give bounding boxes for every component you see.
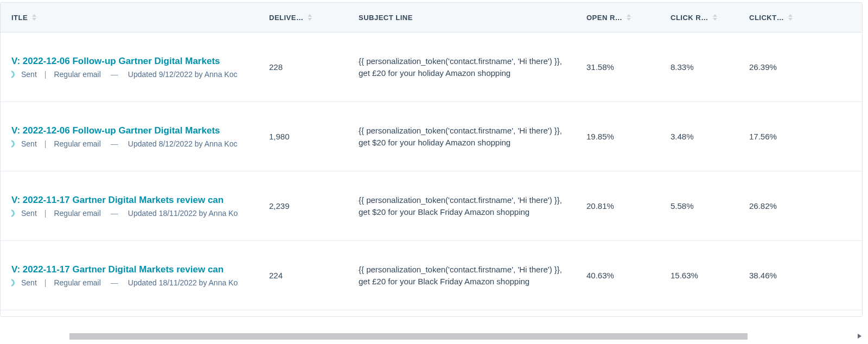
email-title-link[interactable]: V: 2022-11-17 Gartner Digital Markets re… — [11, 195, 261, 206]
svg-marker-11 — [858, 334, 861, 339]
cell-title: V: 2022-12-06 Follow-up Gartner Digital … — [1, 56, 269, 79]
cell-delivered: 1,980 — [269, 132, 359, 141]
svg-marker-0 — [32, 14, 36, 17]
svg-marker-5 — [627, 18, 631, 21]
col-header-title-label: ITLE — [11, 14, 28, 22]
svg-marker-2 — [308, 14, 312, 17]
meta-dash: — — [111, 139, 118, 148]
table-row: V: 2022-12-06 Follow-up Gartner Digital … — [1, 33, 862, 102]
sort-icon — [627, 14, 631, 21]
horizontal-scrollbar[interactable] — [4, 331, 864, 341]
status-dot-icon — [11, 71, 15, 78]
table-row: V: 2022-11-17 Gartner Digital Markets re… — [1, 171, 862, 241]
col-header-subject[interactable]: SUBJECT LINE — [359, 14, 586, 22]
cell-delivered: 228 — [269, 62, 359, 72]
status-dot-icon — [11, 209, 15, 217]
svg-marker-9 — [788, 18, 793, 21]
sort-icon — [713, 14, 717, 21]
col-header-clickthrough[interactable]: CLICKT… — [749, 14, 825, 22]
table-row: V: 2022-11-17 Gartner Digital Markets re… — [1, 241, 862, 310]
svg-marker-8 — [788, 14, 793, 17]
cell-clickthrough: 38.46% — [749, 271, 825, 280]
svg-marker-6 — [713, 14, 717, 17]
col-header-subject-label: SUBJECT LINE — [359, 14, 413, 22]
col-header-open-rate[interactable]: OPEN R… — [586, 14, 671, 22]
updated-text: Updated 9/12/2022 by Anna Koc — [128, 70, 238, 79]
email-list-viewport: ITLE DELIVE… SUBJECT LINE OPEN R… — [0, 0, 868, 344]
cell-title: V: 2022-11-17 Gartner Digital Markets re… — [1, 195, 269, 218]
sort-icon — [788, 14, 793, 21]
cell-delivered: 224 — [269, 271, 359, 280]
email-type: Regular email — [54, 278, 100, 287]
cell-subject: {{ personalization_token('contact.firstn… — [359, 264, 586, 288]
scrollbar-thumb[interactable] — [69, 333, 748, 340]
table-header-row: ITLE DELIVE… SUBJECT LINE OPEN R… — [1, 3, 862, 33]
cell-clickthrough: 26.82% — [749, 201, 825, 211]
email-meta: Sent|Regular email—Updated 9/12/2022 by … — [11, 70, 263, 79]
cell-clickthrough: 17.56% — [749, 132, 825, 141]
col-header-delivered[interactable]: DELIVE… — [269, 14, 359, 22]
col-header-click-label: CLICK R… — [671, 14, 709, 22]
cell-click-rate: 15.63% — [671, 271, 749, 280]
table-row: V: 2022-12-06 Follow-up Gartner Digital … — [1, 102, 862, 171]
cell-open-rate: 40.63% — [586, 271, 671, 280]
meta-separator: | — [44, 70, 47, 79]
cell-clickthrough: 26.39% — [749, 62, 825, 72]
col-header-open-label: OPEN R… — [586, 14, 622, 22]
col-header-title[interactable]: ITLE — [1, 14, 269, 22]
email-table: ITLE DELIVE… SUBJECT LINE OPEN R… — [0, 2, 863, 317]
meta-separator: | — [44, 209, 47, 218]
status-dot-icon — [11, 140, 15, 148]
svg-marker-7 — [713, 18, 717, 21]
status-text: Sent — [21, 278, 37, 287]
cell-open-rate: 31.58% — [586, 62, 671, 72]
status-text: Sent — [21, 70, 37, 79]
cell-click-rate: 3.48% — [671, 132, 749, 141]
cell-subject: {{ personalization_token('contact.firstn… — [359, 125, 586, 149]
updated-text: Updated 8/12/2022 by Anna Koc — [128, 139, 238, 148]
email-type: Regular email — [54, 139, 100, 148]
meta-separator: | — [44, 139, 47, 148]
updated-text: Updated 18/11/2022 by Anna Ko — [128, 209, 238, 218]
cell-title: V: 2022-11-17 Gartner Digital Markets re… — [1, 264, 269, 287]
status-text: Sent — [21, 139, 37, 148]
sort-icon — [32, 14, 36, 21]
col-header-delivered-label: DELIVE… — [269, 14, 303, 22]
email-title-link[interactable]: V: 2022-12-06 Follow-up Gartner Digital … — [11, 56, 261, 67]
svg-marker-1 — [32, 18, 36, 21]
table-body: V: 2022-12-06 Follow-up Gartner Digital … — [1, 33, 862, 310]
svg-marker-4 — [627, 14, 631, 17]
cell-click-rate: 5.58% — [671, 201, 749, 211]
status-text: Sent — [21, 209, 37, 218]
email-meta: Sent|Regular email—Updated 8/12/2022 by … — [11, 139, 263, 148]
scroll-right-icon[interactable] — [855, 331, 864, 341]
cell-subject: {{ personalization_token('contact.firstn… — [359, 55, 586, 79]
email-type: Regular email — [54, 70, 100, 79]
status-dot-icon — [11, 279, 15, 286]
col-header-click-rate[interactable]: CLICK R… — [671, 14, 749, 22]
svg-marker-3 — [308, 18, 312, 21]
meta-separator: | — [44, 278, 47, 287]
updated-text: Updated 18/11/2022 by Anna Ko — [128, 278, 238, 287]
sort-icon — [308, 14, 312, 21]
cell-open-rate: 20.81% — [586, 201, 671, 211]
email-meta: Sent|Regular email—Updated 18/11/2022 by… — [11, 209, 263, 218]
col-header-clickt-label: CLICKT… — [749, 14, 784, 22]
meta-dash: — — [111, 70, 118, 79]
email-type: Regular email — [54, 209, 100, 218]
meta-dash: — — [111, 209, 118, 218]
email-title-link[interactable]: V: 2022-12-06 Follow-up Gartner Digital … — [11, 125, 261, 136]
cell-delivered: 2,239 — [269, 201, 359, 211]
cell-open-rate: 19.85% — [586, 132, 671, 141]
meta-dash: — — [111, 278, 118, 287]
cell-click-rate: 8.33% — [671, 62, 749, 72]
cell-subject: {{ personalization_token('contact.firstn… — [359, 194, 586, 218]
cell-title: V: 2022-12-06 Follow-up Gartner Digital … — [1, 125, 269, 148]
email-title-link[interactable]: V: 2022-11-17 Gartner Digital Markets re… — [11, 264, 261, 275]
email-meta: Sent|Regular email—Updated 18/11/2022 by… — [11, 278, 263, 287]
